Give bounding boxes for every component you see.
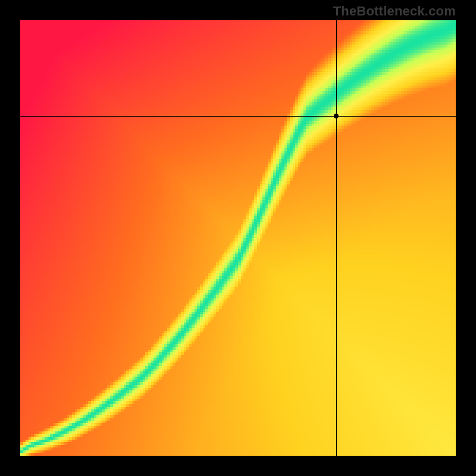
heatmap-canvas xyxy=(20,20,456,456)
chart-stage: TheBottleneck.com xyxy=(0,0,476,476)
watermark-text: TheBottleneck.com xyxy=(333,4,456,19)
heatmap-plot xyxy=(20,20,456,456)
